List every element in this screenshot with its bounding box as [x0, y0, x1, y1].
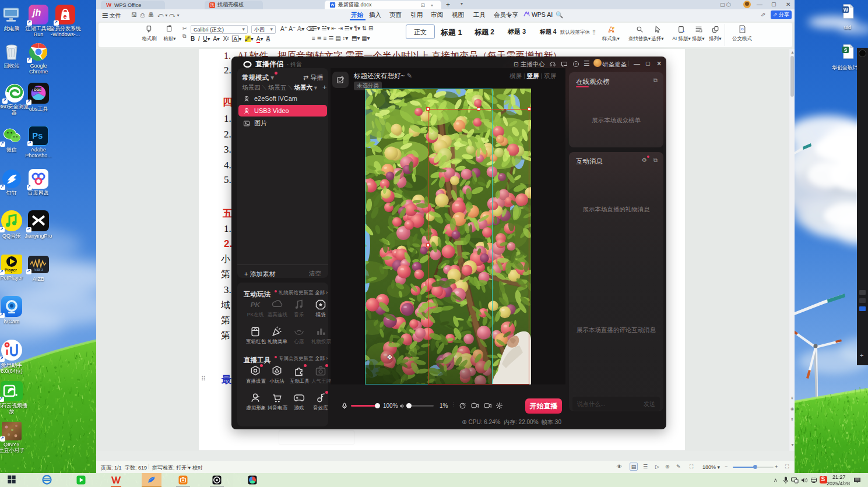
svg-text:e: e	[64, 13, 67, 20]
svg-text:S: S	[844, 47, 847, 53]
svg-text:OBS: OBS	[34, 88, 41, 91]
svg-text:?: ?	[575, 62, 577, 66]
svg-text:Player: Player	[5, 268, 17, 273]
svg-text:PK: PK	[251, 301, 261, 308]
svg-text:AIZB-3: AIZB-3	[34, 268, 43, 271]
svg-text:W: W	[843, 7, 848, 13]
